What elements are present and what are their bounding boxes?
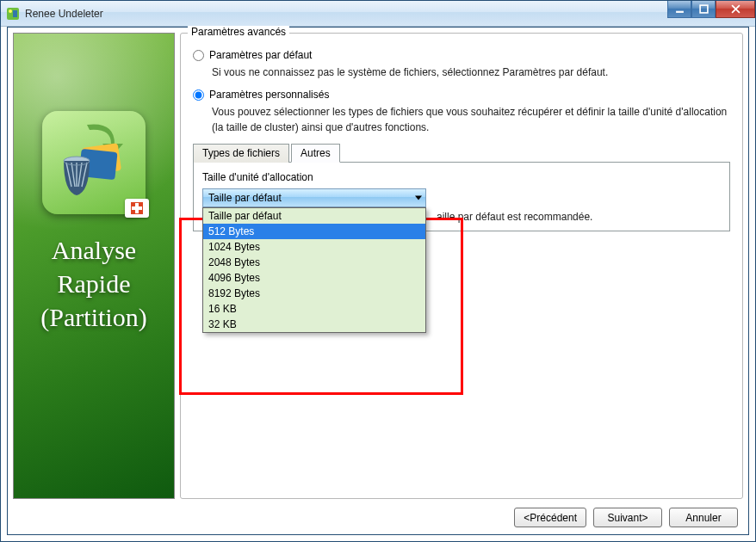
alloc-option[interactable]: 8192 Bytes: [203, 286, 425, 301]
settings-panel: Paramètres avancés Paramètres par défaut…: [180, 33, 743, 499]
alloc-size-selected: Taille par défaut: [208, 192, 282, 204]
default-settings-radio[interactable]: [193, 50, 204, 61]
sidebar: Analyse Rapide (Partition): [13, 33, 175, 499]
minimize-button[interactable]: [667, 1, 691, 18]
alloc-label: Taille d'unité d'allocation: [202, 171, 721, 183]
window-controls: [667, 1, 755, 18]
alloc-option[interactable]: 2048 Bytes: [203, 255, 425, 270]
default-settings-desc: Si vous ne connaissez pas le système de …: [212, 65, 730, 80]
close-button[interactable]: [716, 1, 755, 18]
alloc-option[interactable]: 512 Bytes: [203, 224, 425, 239]
tabpage-other: Taille d'unité d'allocation Taille par d…: [193, 163, 730, 231]
alloc-option[interactable]: 4096 Bytes: [203, 270, 425, 286]
app-window: Renee Undeleter: [0, 0, 756, 542]
chevron-down-icon: [415, 196, 422, 200]
svg-rect-2: [13, 10, 17, 17]
tab-filetypes[interactable]: Types de fichiers: [193, 144, 289, 163]
alloc-hint: aille par défaut est recommandée.: [437, 211, 721, 223]
cancel-button[interactable]: Annuler: [669, 508, 738, 527]
alloc-size-combo[interactable]: Taille par défaut: [202, 188, 426, 207]
tabstrip: Types de fichiers Autres: [193, 144, 730, 163]
alloc-option[interactable]: 16 KB: [203, 301, 425, 317]
scan-partition-icon: [42, 111, 146, 214]
next-button[interactable]: Suivant>: [593, 508, 662, 527]
custom-settings-label[interactable]: Paramètres personnalisés: [209, 89, 329, 101]
app-icon: [6, 7, 20, 21]
svg-rect-4: [700, 5, 708, 13]
alloc-option[interactable]: 1024 Bytes: [203, 239, 425, 255]
recovery-badge-icon: [125, 199, 149, 218]
back-button[interactable]: <Précédent: [514, 508, 586, 527]
sidebar-headline: Analyse Rapide (Partition): [40, 233, 146, 334]
wizard-buttons: <Précédent Suivant> Annuler: [13, 504, 743, 529]
maximize-button[interactable]: [691, 1, 716, 18]
alloc-size-dropdown[interactable]: Taille par défaut512 Bytes1024 Bytes2048…: [202, 207, 426, 333]
svg-rect-3: [676, 11, 684, 13]
window-title: Renee Undeleter: [25, 8, 103, 20]
alloc-option[interactable]: 32 KB: [203, 317, 425, 332]
svg-point-1: [9, 9, 12, 13]
titlebar[interactable]: Renee Undeleter: [1, 1, 755, 27]
custom-settings-radio[interactable]: [193, 89, 204, 101]
panel-legend: Paramètres avancés: [191, 26, 286, 38]
default-settings-label[interactable]: Paramètres par défaut: [209, 49, 312, 61]
custom-settings-desc: Vous pouvez sélectionner les types de fi…: [212, 104, 730, 135]
tab-other[interactable]: Autres: [291, 144, 340, 163]
alloc-option[interactable]: Taille par défaut: [203, 208, 425, 224]
